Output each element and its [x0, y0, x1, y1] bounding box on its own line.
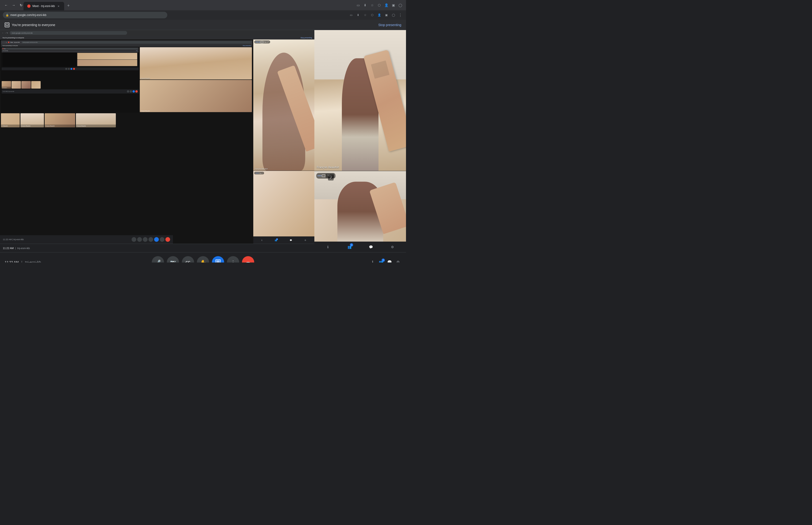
address-ext-icon[interactable]: ⬡: [369, 12, 375, 18]
mini-info-icon: ℹ: [261, 239, 262, 241]
mini-l2-time: 11:22 AM | tnj-esni-ikb: [3, 91, 14, 92]
mini-l3-text: You're presenting: [3, 50, 8, 51]
bottom-chat-btn[interactable]: 💬: [386, 259, 393, 263]
new-tab-button[interactable]: +: [65, 2, 72, 9]
address-star-icon[interactable]: ☆: [362, 12, 368, 18]
mini-banner-l1: You're presenting to everyone Stop prese…: [0, 36, 315, 40]
mini-l1-more: [160, 237, 165, 242]
mini-l1-badge: You ⤢: [254, 41, 270, 44]
mini-p2-name: François Beaufort: [141, 110, 150, 111]
active-tab[interactable]: Meet - tnj-esni-ikb ✕: [24, 2, 64, 10]
share-screen-button[interactable]: [212, 256, 224, 263]
tab-close-button[interactable]: ✕: [57, 4, 60, 8]
profile-icon[interactable]: 👤: [383, 2, 389, 8]
bottom-activities-btn[interactable]: ⚙: [395, 259, 401, 263]
rec-face-4: François Beaufort: [76, 113, 116, 127]
mini-face-1: Fr. Beaufort: [2, 81, 11, 89]
extension-icon[interactable]: ⬡: [377, 2, 382, 8]
mini-l1-cc: [143, 237, 148, 242]
more-options-button[interactable]: ⋮: [227, 256, 239, 263]
tab-title: Meet - tnj-esni-ikb: [32, 4, 55, 8]
forward-button[interactable]: →: [10, 2, 17, 9]
screen-share-area: ← → ↻ meet.google.com/tnj-esni-ikb You'r…: [0, 30, 315, 252]
mini-l1-right: You ⤢ François Beaufort You: [253, 40, 315, 244]
people-icon-btn[interactable]: 👥 3: [346, 244, 353, 250]
controls-right: ℹ 👥 3 💬 ⚙: [369, 259, 401, 263]
right-panel-controls: ℹ 👥 3 💬 ⚙: [315, 242, 406, 252]
info-icon-btn[interactable]: ℹ: [325, 244, 331, 250]
mic-icon: 🎤: [155, 259, 161, 263]
expand-button[interactable]: ⤢: [328, 175, 334, 180]
bookmark-icon[interactable]: ☆: [369, 2, 375, 8]
mini-l1-time: 11:22 AM | tnj-esni-ikb: [3, 238, 24, 241]
raise-hand-button[interactable]: ✋: [197, 256, 209, 263]
chat-icon-btn[interactable]: 💬: [368, 244, 374, 250]
share-icon: [215, 259, 220, 262]
recursive-face-row: Fr. Beaufort François Beaufort François …: [1, 113, 252, 127]
account-icon[interactable]: ◯: [398, 2, 403, 8]
back-button[interactable]: ←: [3, 2, 10, 9]
mini-badge-dot1: [256, 42, 257, 43]
address-account-icon[interactable]: ◯: [390, 12, 396, 18]
end-call-button[interactable]: [242, 256, 254, 263]
mini-badge-dot3: [259, 42, 260, 43]
address-more-icon[interactable]: ⋮: [398, 12, 403, 18]
recursive-area: ← → ↻ Meet · tnj-esni-ikb meet.google.co…: [0, 40, 253, 244]
rec-face-4-name: François Beaufort: [77, 125, 86, 127]
separator: |: [20, 260, 23, 263]
mini-l2-content: Meet You're presenting Stop: [1, 47, 252, 112]
mini-address: meet.google.com/tnj-esni-ikb: [10, 31, 127, 35]
address-split-icon[interactable]: ▣: [383, 12, 389, 18]
mini-l2-right: François Beaufort François Beaufort: [139, 47, 252, 112]
stop-presenting-button[interactable]: Stop presenting: [378, 23, 401, 27]
mini-l2-chrome: ← → ↻ Meet · tnj-esni-ikb meet.google.co…: [1, 41, 252, 44]
right-panel: François Beaufort You ⤢: [315, 30, 406, 252]
mini-l1-ctrls: [132, 237, 170, 242]
mini-face-1-name: Fr. Beaufort: [2, 87, 11, 89]
mini-l1-fb-large: You ⤢ François Beaufort: [253, 40, 315, 170]
address-bar-row: 🔒 meet.google.com/tnj-esni-ikb ▭ ⬇ ☆ ⬡ 👤…: [0, 10, 406, 20]
mini-you-dot2: [257, 173, 258, 174]
controls-left: 11:22 AM | tnj-esni-ikb: [5, 260, 41, 263]
mini-face-3: [21, 81, 31, 89]
address-toolbar-icons: ▭ ⬇ ☆ ⬡ 👤 ▣ ◯ ⋮: [348, 12, 403, 18]
you-badge-container: You ⤢: [316, 173, 336, 179]
presenting-banner: You're presenting to everyone Stop prese…: [0, 20, 406, 30]
activities-icon-btn[interactable]: ⚙: [389, 244, 396, 250]
mini-l2-favicon: [8, 42, 10, 43]
mic-button[interactable]: 🎤: [152, 256, 164, 263]
end-call-icon: [245, 259, 251, 262]
mini-l1-you-badge: You ⤢: [254, 172, 264, 174]
mini-l3-controls: [2, 68, 139, 70]
main-speaker-tile: François Beaufort: [315, 30, 406, 171]
address-cast-icon[interactable]: ▭: [348, 12, 354, 18]
svg-rect-0: [6, 24, 8, 26]
mini-l2-addr-text: meet.google.com/tnj-esni-ikb: [22, 42, 37, 43]
bottom-people-btn[interactable]: 👥 3: [378, 259, 384, 263]
mini-l3-tiles: [77, 52, 138, 66]
address-save-icon[interactable]: ⬇: [355, 12, 361, 18]
captions-button[interactable]: CC: [182, 256, 194, 263]
camera-button[interactable]: 📷: [167, 256, 179, 263]
dot3: [321, 175, 321, 176]
mini-addr-text: meet.google.com/tnj-esni-ikb: [12, 32, 33, 34]
mini-content-l1: ← → ↻ Meet · tnj-esni-ikb meet.google.co…: [0, 40, 315, 244]
cast-icon[interactable]: ▭: [355, 2, 361, 8]
mini-l1-hand: [149, 237, 153, 242]
bottom-info-btn[interactable]: ℹ: [369, 259, 376, 263]
mini-main-controls: 11:22 AM | tnj-esni-ikb: [0, 244, 315, 252]
mini-people-icon: 👥3: [275, 239, 277, 241]
mini-l1-right-bottom: ℹ 👥3 💬 ⚙: [253, 237, 315, 244]
mini-l1-cam: [137, 237, 142, 242]
mini-you-dot3: [258, 173, 259, 174]
save-icon[interactable]: ⬇: [362, 2, 368, 8]
mini-browser-l3: Meet You're presenting Stop: [2, 47, 139, 80]
browser-chrome: ← → ↻ Meet - tnj-esni-ikb ✕ + ▭ ⬇ ☆ ⬡ 👤 …: [0, 0, 406, 10]
address-profile-icon[interactable]: 👤: [377, 12, 382, 18]
mini-l3-inner: [3, 52, 138, 66]
main-time: 11:22 AM: [3, 247, 14, 250]
address-bar[interactable]: 🔒 meet.google.com/tnj-esni-ikb: [3, 12, 167, 18]
rec-face-3-name: François Beaufort: [45, 125, 55, 127]
split-screen-icon[interactable]: ▣: [390, 2, 396, 8]
mini-you-label: You: [259, 172, 261, 174]
